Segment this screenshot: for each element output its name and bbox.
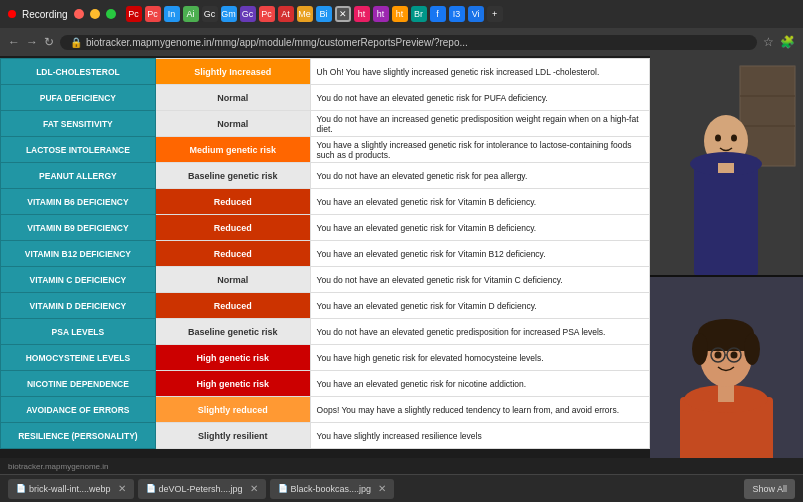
trait-cell: PSA LEVELS xyxy=(1,319,156,345)
result-cell: Reduced xyxy=(155,189,310,215)
description-cell: Uh Oh! You have slightly increased genet… xyxy=(310,59,649,85)
icon-13[interactable]: ht xyxy=(373,6,389,22)
maximize-button[interactable] xyxy=(106,9,116,19)
icon-4[interactable]: Ai xyxy=(183,6,199,22)
table-row: PSA LEVELSBaseline genetic riskYou do no… xyxy=(1,319,650,345)
table-row: PEANUT ALLERGYBaseline genetic riskYou d… xyxy=(1,163,650,189)
table-row: FAT SENSITIVITYNormalYou do not have an … xyxy=(1,111,650,137)
svg-point-20 xyxy=(744,333,760,365)
refresh-button[interactable]: ↻ xyxy=(44,35,54,49)
icon-14[interactable]: ht xyxy=(392,6,408,22)
svg-point-10 xyxy=(731,134,737,141)
bookmark-icon[interactable]: ☆ xyxy=(763,35,774,49)
recording-indicator xyxy=(8,10,16,18)
person-1-svg xyxy=(650,56,803,275)
trait-cell: VITAMIN B12 DEFICIENCY xyxy=(1,241,156,267)
result-cell: Reduced xyxy=(155,241,310,267)
svg-rect-1 xyxy=(740,66,795,166)
extensions-icon[interactable]: 🧩 xyxy=(780,35,795,49)
result-cell: Slightly reduced xyxy=(155,397,310,423)
taskbar-item-2[interactable]: 📄 deVOL-Petersh....jpg ✕ xyxy=(138,479,266,499)
description-cell: You do not have an elevated genetic risk… xyxy=(310,267,649,293)
icon-10[interactable]: Me xyxy=(297,6,313,22)
result-cell: Baseline genetic risk xyxy=(155,319,310,345)
icon-3[interactable]: In xyxy=(164,6,180,22)
description-cell: You do not have an elevated genetic pred… xyxy=(310,319,649,345)
svg-point-21 xyxy=(715,352,722,359)
description-cell: You do not have an elevated genetic risk… xyxy=(310,163,649,189)
taskbar-label-1: brick-wall-int....webp xyxy=(29,484,111,494)
taskbar: 📄 brick-wall-int....webp ✕ 📄 deVOL-Peter… xyxy=(0,474,803,502)
show-all-button[interactable]: Show All xyxy=(744,479,795,499)
close-taskbar-3[interactable]: ✕ xyxy=(378,483,386,494)
table-row: VITAMIN B6 DEFICIENCYReducedYou have an … xyxy=(1,189,650,215)
description-cell: You do not have an increased genetic pre… xyxy=(310,111,649,137)
icon-12[interactable]: ht xyxy=(354,6,370,22)
table-row: PUFA DEFICIENCYNormalYou do not have an … xyxy=(1,85,650,111)
description-cell: You have slightly increased resilience l… xyxy=(310,423,649,449)
icon-9[interactable]: At xyxy=(278,6,294,22)
trait-cell: LDL-CHOLESTEROL xyxy=(1,59,156,85)
minimize-button[interactable] xyxy=(90,9,100,19)
icon-8[interactable]: Pc xyxy=(259,6,275,22)
icon-6[interactable]: Gm xyxy=(221,6,237,22)
table-row: VITAMIN D DEFICIENCYReducedYou have an e… xyxy=(1,293,650,319)
toolbar-icons: Pc Pc In Ai Gc Gm Gc Pc At Me Bi ✕ ht ht… xyxy=(126,6,503,22)
result-cell: Normal xyxy=(155,111,310,137)
description-cell: Oops! You may have a slightly reduced te… xyxy=(310,397,649,423)
table-row: NICOTINE DEPENDENCEHigh genetic riskYou … xyxy=(1,371,650,397)
taskbar-label-3: Black-bookcas....jpg xyxy=(291,484,372,494)
icon-7[interactable]: Gc xyxy=(240,6,256,22)
result-cell: Normal xyxy=(155,85,310,111)
description-cell: You have an elevated genetic risk for Vi… xyxy=(310,293,649,319)
secure-icon: 🔒 xyxy=(70,37,82,48)
trait-cell: VITAMIN B6 DEFICIENCY xyxy=(1,189,156,215)
icon-15[interactable]: Br xyxy=(411,6,427,22)
result-cell: Slightly Increased xyxy=(155,59,310,85)
icon-2[interactable]: Pc xyxy=(145,6,161,22)
file-icon-2: 📄 xyxy=(146,484,156,493)
table-area: LDL-CHOLESTEROLSlightly IncreasedUh Oh! … xyxy=(0,56,650,502)
result-cell: Medium genetic risk xyxy=(155,137,310,163)
new-tab[interactable]: + xyxy=(487,6,503,22)
active-tab-icon[interactable]: ✕ xyxy=(335,6,351,22)
trait-cell: VITAMIN B9 DEFICIENCY xyxy=(1,215,156,241)
video-area xyxy=(650,56,803,502)
description-cell: You have an elevated genetic risk for Vi… xyxy=(310,241,649,267)
table-row: RESILIENCE (PERSONALITY)Slightly resilie… xyxy=(1,423,650,449)
table-row: VITAMIN C DEFICIENCYNormalYou do not hav… xyxy=(1,267,650,293)
top-bar: Recording Pc Pc In Ai Gc Gm Gc Pc At Me … xyxy=(0,0,803,28)
close-button[interactable] xyxy=(74,9,84,19)
result-cell: Normal xyxy=(155,267,310,293)
close-taskbar-2[interactable]: ✕ xyxy=(250,483,258,494)
url-input[interactable]: 🔒 biotracker.mapmygenome.in/mmg/app/modu… xyxy=(60,35,757,50)
result-cell: Slightly resilient xyxy=(155,423,310,449)
svg-rect-6 xyxy=(694,161,758,276)
description-cell: You have high genetic risk for elevated … xyxy=(310,345,649,371)
taskbar-item-3[interactable]: 📄 Black-bookcas....jpg ✕ xyxy=(270,479,395,499)
icon-17[interactable]: I3 xyxy=(449,6,465,22)
icon-11[interactable]: Bi xyxy=(316,6,332,22)
main-content: LDL-CHOLESTEROLSlightly IncreasedUh Oh! … xyxy=(0,56,803,502)
icon-5[interactable]: Gc xyxy=(202,6,218,22)
table-row: LACTOSE INTOLERANCEMedium genetic riskYo… xyxy=(1,137,650,163)
trait-cell: RESILIENCE (PERSONALITY) xyxy=(1,423,156,449)
result-cell: High genetic risk xyxy=(155,371,310,397)
result-cell: Baseline genetic risk xyxy=(155,163,310,189)
file-icon-1: 📄 xyxy=(16,484,26,493)
forward-button[interactable]: → xyxy=(26,35,38,49)
back-button[interactable]: ← xyxy=(8,35,20,49)
taskbar-item-1[interactable]: 📄 brick-wall-int....webp ✕ xyxy=(8,479,134,499)
svg-point-9 xyxy=(715,134,721,141)
result-cell: High genetic risk xyxy=(155,345,310,371)
address-bar: ← → ↻ 🔒 biotracker.mapmygenome.in/mmg/ap… xyxy=(0,28,803,56)
status-url: biotracker.mapmygenome.in xyxy=(8,462,109,471)
description-cell: You have an elevated genetic risk for ni… xyxy=(310,371,649,397)
icon-16[interactable]: f xyxy=(430,6,446,22)
close-taskbar-1[interactable]: ✕ xyxy=(118,483,126,494)
result-cell: Reduced xyxy=(155,215,310,241)
icon-1[interactable]: Pc xyxy=(126,6,142,22)
description-cell: You have a slightly increased genetic ri… xyxy=(310,137,649,163)
icon-18[interactable]: Vi xyxy=(468,6,484,22)
trait-cell: AVOIDANCE OF ERRORS xyxy=(1,397,156,423)
